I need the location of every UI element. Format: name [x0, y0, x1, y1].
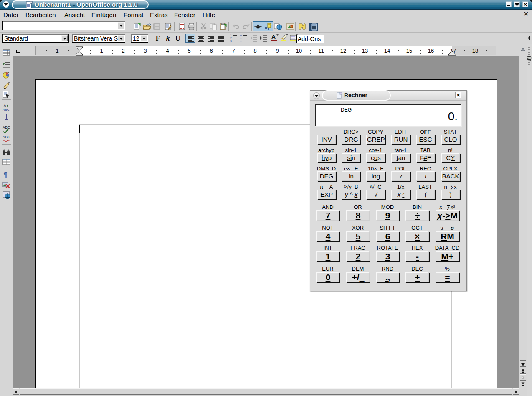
svg-text:A: A: [4, 104, 6, 107]
svg-text:¶: ¶: [4, 170, 7, 178]
svg-text:ABC: ABC: [3, 135, 10, 139]
svg-text:ABC: ABC: [3, 125, 10, 129]
svg-text:ABC: ABC: [3, 108, 10, 112]
svg-text:3: 3: [230, 40, 232, 43]
svg-text:2: 2: [230, 37, 232, 40]
svg-text:A: A: [271, 33, 276, 40]
svg-text:1: 1: [230, 34, 232, 37]
